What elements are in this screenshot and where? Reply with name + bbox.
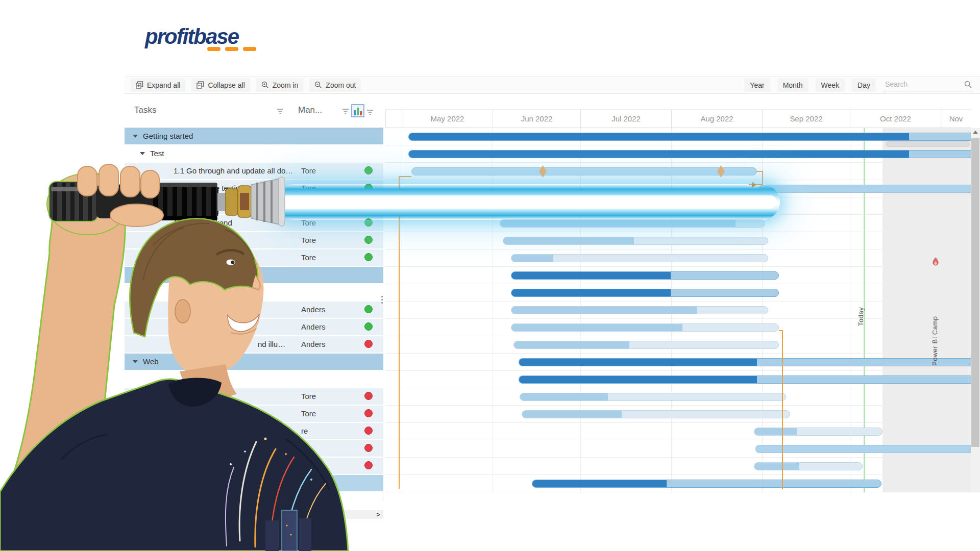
gantt-bar[interactable]	[511, 271, 779, 280]
view-day-button[interactable]: Day	[852, 79, 876, 92]
toolbar: Expand allCollapse allZoom inZoom out Ye…	[125, 76, 980, 94]
gantt-bar[interactable]	[408, 133, 971, 141]
expand-all-button[interactable]: Expand all	[131, 79, 185, 92]
powerbi-camp-icon	[930, 257, 941, 269]
bar-progress	[519, 359, 757, 366]
gantt-bar[interactable]	[511, 289, 779, 297]
bar-progress	[754, 463, 799, 470]
gantt-bar[interactable]	[755, 445, 971, 453]
bar-progress	[522, 411, 622, 418]
bar-progress	[520, 393, 608, 400]
dependency-line	[399, 176, 400, 489]
month-header-cell[interactable]: May 2022	[402, 110, 493, 128]
bar-progress	[511, 272, 671, 279]
tasks-column-header[interactable]: Tasks	[134, 105, 156, 115]
zoom-in-icon	[261, 81, 269, 89]
bar-progress	[503, 237, 634, 244]
button-label: Collapse all	[208, 81, 244, 89]
gantt-bar[interactable]	[754, 428, 883, 436]
gantt-body: TodayPower BI Camp	[385, 128, 971, 492]
vertical-scroll-thumb[interactable]	[971, 138, 979, 447]
button-label: Zoom out	[326, 81, 356, 89]
screenshot-root: { "logo": {"text": "profitbase", "text_c…	[0, 0, 980, 551]
month-header-cell[interactable]: Nov	[941, 110, 971, 128]
eye	[231, 261, 235, 264]
bar-progress	[754, 428, 797, 435]
filter-icon[interactable]	[366, 109, 374, 115]
profitbase-logo: profitbase	[145, 24, 278, 55]
baseline-bar[interactable]	[886, 141, 970, 147]
event-label: Power BI Camp	[931, 269, 939, 366]
manager-column-header[interactable]: Man...	[298, 105, 322, 115]
gantt-chart-area: May 2022Jun 2022Jul 2022Aug 2022Sep 2022…	[385, 94, 971, 501]
gantt-bar[interactable]	[503, 237, 768, 245]
zoom-out-icon	[314, 81, 322, 89]
collapse-all-icon	[197, 81, 204, 89]
bar-progress	[511, 289, 671, 296]
filter-icon[interactable]	[342, 108, 349, 114]
gantt-bar[interactable]	[519, 358, 971, 366]
search-box	[883, 79, 973, 91]
scroll-up-icon[interactable]	[973, 131, 978, 134]
gantt-bar[interactable]	[522, 410, 790, 418]
chart-columns-icon[interactable]	[351, 104, 364, 117]
month-header-cell[interactable]	[385, 110, 402, 128]
toolbar-right-buttons: YearMonthWeekDay	[744, 79, 973, 92]
gantt-bar[interactable]	[520, 393, 786, 401]
view-month-button[interactable]: Month	[777, 79, 808, 92]
task-label: Getting started	[143, 132, 193, 140]
view-week-button[interactable]: Week	[816, 79, 845, 92]
bar-progress	[500, 220, 736, 227]
zoom-out-button[interactable]: Zoom out	[309, 79, 361, 92]
logo-text: profitbase	[145, 24, 238, 48]
search-icon[interactable]	[964, 81, 972, 88]
zoom-in-button[interactable]: Zoom in	[256, 79, 304, 92]
gantt-bar[interactable]	[754, 462, 863, 470]
ear	[175, 299, 190, 323]
gantt-bar[interactable]	[511, 254, 768, 262]
gantt-bar[interactable]	[532, 480, 881, 488]
out-of-range-zone	[883, 128, 971, 492]
month-header-cell[interactable]: Oct 2022	[850, 110, 941, 128]
bar-progress	[511, 307, 697, 314]
button-label: Expand all	[147, 81, 180, 89]
toolbar-left-buttons: Expand allCollapse allZoom inZoom out	[125, 79, 361, 92]
button-label: Zoom in	[273, 81, 299, 89]
bar-progress	[511, 255, 553, 262]
dependency-line	[399, 176, 411, 177]
gantt-bar[interactable]	[411, 167, 757, 176]
gantt-bar[interactable]	[759, 185, 971, 193]
gantt-bar[interactable]	[513, 341, 779, 349]
timeline-upper-strip	[385, 94, 971, 110]
gantt-bar[interactable]	[500, 219, 765, 228]
logo-dashes-icon	[207, 47, 256, 51]
bar-progress	[409, 151, 909, 158]
person-with-lightsaber-photo	[0, 153, 388, 551]
month-header-cell[interactable]: Sep 2022	[762, 110, 850, 128]
gantt-bar[interactable]	[408, 150, 971, 158]
dependency-line	[762, 171, 763, 185]
bar-progress	[519, 376, 757, 383]
bar-progress	[514, 341, 629, 348]
gantt-vertical-scrollbar[interactable]	[971, 128, 980, 492]
timeline-month-header: May 2022Jun 2022Jul 2022Aug 2022Sep 2022…	[385, 110, 971, 128]
month-gridline	[850, 128, 850, 492]
expand-all-icon	[136, 81, 143, 89]
view-year-button[interactable]: Year	[744, 79, 770, 92]
filter-icon[interactable]	[277, 108, 284, 114]
bar-progress	[511, 324, 682, 331]
month-header-cell[interactable]: Jul 2022	[580, 110, 671, 128]
gantt-bar[interactable]	[511, 323, 779, 332]
month-gridline	[493, 128, 493, 492]
month-header-cell[interactable]: Aug 2022	[671, 110, 762, 128]
dependency-line	[782, 330, 783, 489]
collapse-arrow-icon[interactable]	[133, 135, 138, 138]
bar-progress	[532, 480, 667, 487]
collapse-all-button[interactable]: Collapse all	[191, 79, 250, 92]
month-header-cell[interactable]: Jun 2022	[493, 110, 580, 128]
group-row[interactable]: Getting started	[125, 128, 383, 145]
task-list-header: Tasks Man...	[125, 94, 383, 128]
search-input[interactable]	[883, 79, 962, 90]
gantt-bar[interactable]	[511, 306, 768, 314]
gantt-bar[interactable]	[519, 375, 971, 384]
